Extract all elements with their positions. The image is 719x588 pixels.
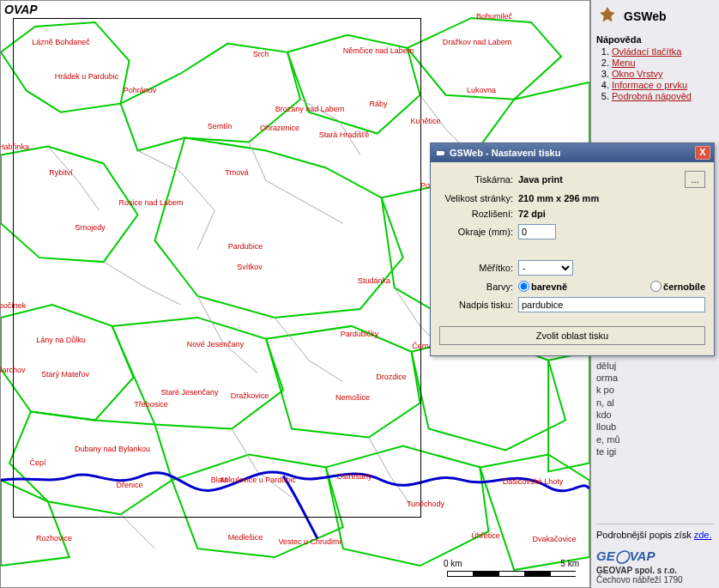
region-label: Opočínek xyxy=(0,301,26,310)
region-label: Ostřešany xyxy=(336,472,372,481)
label-print-title: Nadpis tisku: xyxy=(439,300,518,310)
value-resolution: 72 dpi xyxy=(518,209,705,219)
region-label: Stará Hradišťě xyxy=(319,130,369,139)
help-item-5: Podrobná nápověd xyxy=(612,91,714,101)
scale-select[interactable]: - xyxy=(518,260,573,276)
region-label: Němčice nad Labem xyxy=(343,46,414,55)
region-label: Dubany nad Bylankou xyxy=(75,445,150,453)
eagle-icon xyxy=(596,5,619,27)
region-label: Srnojedy xyxy=(75,223,106,232)
app-title: GSWeb xyxy=(596,5,714,27)
help-item-1: Ovládací tlačítka xyxy=(612,46,714,57)
region-label: Dřenice xyxy=(116,481,142,489)
java-icon xyxy=(434,147,446,159)
label-page-size: Velikost stránky: xyxy=(439,193,518,203)
region-label: Nové Jesenčany xyxy=(187,340,245,349)
margins-input[interactable] xyxy=(518,224,556,239)
region-label: Pardubice xyxy=(228,242,263,251)
region-label: Dražkov nad Labem xyxy=(443,38,512,46)
region-label: Rozhovice xyxy=(36,534,72,543)
print-settings-dialog: GSWeb - Nastavení tisku X Tiskárna: Java… xyxy=(430,142,715,356)
scale-left-label: 0 km xyxy=(444,559,462,568)
region-label: Tuněchody xyxy=(407,500,444,508)
region-label: Brozany nad Labem xyxy=(275,105,345,113)
region-label: Semtín xyxy=(208,122,233,130)
region-label: Vestec u Chrudimi xyxy=(278,537,341,546)
radio-bw[interactable]: černobíle xyxy=(650,281,705,292)
region-label: Pohránov xyxy=(124,86,157,94)
region-label: Dvakačovice xyxy=(532,535,576,543)
region-label: Úhřetice xyxy=(471,531,500,540)
region-label: Bohumileč xyxy=(476,12,512,21)
region-label: Dražkovice xyxy=(231,391,269,400)
region-label: Čepí xyxy=(29,458,45,467)
browse-printer-button[interactable]: ... xyxy=(685,171,705,188)
region-label: Dašicovské Lhoty xyxy=(503,477,564,486)
region-label: Medlešice xyxy=(228,533,263,542)
region-label: Starý Mateřov xyxy=(41,370,89,379)
label-printer: Tiskárna: xyxy=(439,174,518,185)
region-label: Rosice nad Labem xyxy=(118,198,183,207)
region-label: Trnová xyxy=(225,168,249,177)
region-label: Rybitví xyxy=(49,168,73,177)
label-colors: Barvy: xyxy=(439,282,518,292)
value-printer: Java print xyxy=(518,174,685,185)
close-button[interactable]: X xyxy=(695,146,710,160)
help-item-3: Okno Vrstvy xyxy=(612,69,714,79)
logo-top: OVAP xyxy=(4,3,38,16)
label-scale: Měřítko: xyxy=(439,263,518,273)
region-label: Kunětice xyxy=(410,117,440,125)
radio-color[interactable]: barevně xyxy=(518,281,567,292)
region-label: Staré Jesenčany xyxy=(160,388,218,397)
help-item-4: Informace o prvku xyxy=(612,80,714,90)
region-label: Třebosice xyxy=(134,400,168,409)
dialog-titlebar[interactable]: GSWeb - Nastavení tisku X xyxy=(431,143,714,162)
detail-link[interactable]: zde. xyxy=(694,530,712,540)
region-label: Mikulovice u Pardubic xyxy=(221,476,296,484)
region-label: Lázně Bohdaneč xyxy=(32,38,90,46)
value-page-size: 210 mm x 296 mm xyxy=(518,193,705,203)
label-margins: Okraje (mm): xyxy=(439,227,518,237)
geovap-logo: GE◯VAP xyxy=(596,549,714,564)
region-label: Hrádek u Pardubic xyxy=(55,72,119,81)
side-footer: GE◯VAP GEOVAP spol. s r.o. Čechovo nábře… xyxy=(596,549,714,585)
print-title-input[interactable] xyxy=(518,297,705,312)
region-label: Drozdice xyxy=(376,373,407,381)
region-label: Svítkov xyxy=(237,263,263,271)
help-heading: Nápověda xyxy=(596,34,714,45)
help-item-2: Menu xyxy=(612,58,714,68)
choose-area-button[interactable]: Zvolit oblast tisku xyxy=(439,326,705,345)
region-label: Studánka xyxy=(358,276,390,285)
region-label: Ohrazenice xyxy=(260,124,299,132)
region-label: Barchov xyxy=(0,366,26,374)
scale-right-label: 5 km xyxy=(560,559,579,568)
region-label: Pardubičky xyxy=(341,330,379,338)
region-label: Lukovna xyxy=(467,86,496,94)
region-label: Nemošice xyxy=(335,393,370,402)
region-label: Lány na Důlku xyxy=(36,336,86,344)
scale-bar: 0 km 5 km xyxy=(447,555,576,577)
dialog-title: GSWeb - Nastavení tisku xyxy=(450,148,560,158)
help-list: Ovládací tlačítka Menu Okno Vrstvy Infor… xyxy=(596,46,714,101)
side-detail: Podrobnější popis získ zde. xyxy=(596,524,714,540)
region-label: Ráby xyxy=(369,100,387,108)
region-label: Habřinka xyxy=(0,142,29,151)
region-label: Srch xyxy=(253,50,269,58)
label-resolution: Rozlišení: xyxy=(439,209,518,219)
